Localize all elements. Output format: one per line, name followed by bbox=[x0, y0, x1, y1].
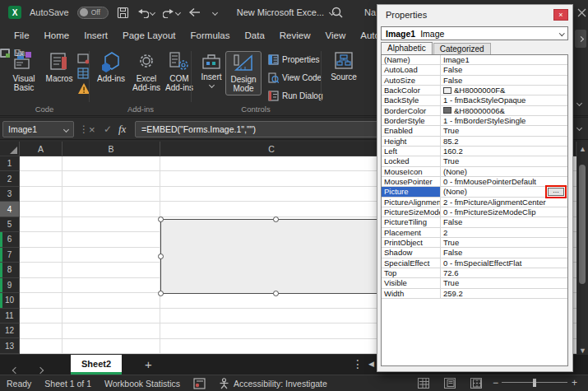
record-macro-button[interactable] bbox=[77, 53, 90, 64]
column-header[interactable]: A bbox=[20, 142, 63, 156]
xml-clipped-button[interactable]: Re bbox=[0, 48, 25, 58]
status-accessibility[interactable]: Accessibility: Investigate bbox=[219, 378, 327, 389]
property-row[interactable]: AutoLoad False bbox=[382, 65, 567, 75]
property-row[interactable]: Locked True bbox=[382, 156, 567, 166]
property-row[interactable]: BorderColor &H80000006& bbox=[382, 106, 567, 116]
row-header[interactable]: 9 bbox=[0, 278, 20, 293]
row-header[interactable]: 6 bbox=[0, 232, 20, 247]
row-header[interactable]: 4 bbox=[0, 202, 20, 216]
handle-bottom-left[interactable] bbox=[158, 291, 164, 296]
row-header[interactable]: 1 bbox=[0, 156, 20, 171]
panel-tab[interactable]: Categorized bbox=[433, 43, 491, 54]
handle-middle-left[interactable] bbox=[158, 254, 164, 259]
property-row[interactable]: BorderStyle 1 - fmBorderStyleSingle bbox=[382, 116, 567, 126]
property-row[interactable]: PictureAlignment 2 - fmPictureAlignmentC… bbox=[382, 198, 567, 207]
ribbon-tab[interactable]: View bbox=[318, 25, 354, 48]
select-all-corner[interactable] bbox=[0, 142, 20, 156]
image-control[interactable] bbox=[160, 219, 391, 294]
row-header[interactable]: 12 bbox=[0, 324, 20, 338]
zoom-slider-thumb[interactable] bbox=[533, 379, 536, 387]
design-mode-button[interactable]: Design Mode bbox=[225, 51, 262, 95]
property-row[interactable]: (Name) Image1 bbox=[382, 55, 567, 65]
ribbon-tab[interactable]: File bbox=[7, 25, 37, 48]
add-ins-button[interactable]: Add-ins bbox=[97, 51, 125, 83]
scrollbar-thumb[interactable] bbox=[579, 165, 586, 284]
property-row[interactable]: PictureTiling False bbox=[382, 217, 567, 227]
handle-top-left[interactable] bbox=[158, 216, 164, 222]
enter-formula-icon[interactable]: ✓ bbox=[104, 121, 112, 137]
row-header[interactable]: 11 bbox=[0, 309, 20, 324]
com-add-ins-button[interactable]: COM Add-ins bbox=[161, 51, 197, 92]
macros-button[interactable]: Macros bbox=[43, 51, 76, 83]
insert-control-button[interactable]: Insert bbox=[197, 51, 225, 87]
row-header[interactable]: 13 bbox=[0, 338, 20, 353]
property-row[interactable]: Shadow False bbox=[382, 248, 567, 258]
property-row[interactable]: Width 259.2 bbox=[382, 289, 567, 299]
excel-add-ins-button[interactable]: Excel Add-ins bbox=[128, 51, 164, 92]
ribbon-tab[interactable]: Insert bbox=[76, 25, 115, 48]
name-box[interactable]: Image1 bbox=[2, 121, 74, 137]
ribbon-tab[interactable]: Data bbox=[238, 25, 272, 48]
status-macro-record-icon[interactable] bbox=[193, 378, 206, 389]
tab-scroll-right-button[interactable] bbox=[575, 30, 586, 48]
name-box-dropdown-icon[interactable] bbox=[63, 126, 69, 132]
run-dialog-button[interactable]: Run Dialog bbox=[268, 91, 322, 101]
property-row[interactable]: BackColor &H8000000F& bbox=[382, 86, 567, 95]
insert-function-icon[interactable]: fx bbox=[118, 121, 126, 137]
property-row[interactable]: Picture (None) ... bbox=[382, 187, 567, 197]
status-workbook-statistics[interactable]: Workbook Statistics bbox=[104, 379, 180, 389]
qat-customize-icon[interactable] bbox=[212, 9, 218, 15]
panel-tab[interactable]: Alphabetic bbox=[381, 42, 433, 54]
row-header[interactable]: 5 bbox=[0, 217, 20, 232]
relative-references-button[interactable] bbox=[77, 67, 90, 79]
column-header[interactable]: C bbox=[160, 142, 383, 156]
zoom-in-button[interactable]: + bbox=[572, 375, 577, 391]
xml-source-button[interactable]: Source bbox=[327, 51, 360, 81]
back-arrow-icon[interactable] bbox=[188, 7, 201, 17]
redo-dropdown-icon[interactable] bbox=[175, 9, 181, 15]
sheet-tab-sheet2[interactable]: Sheet2 bbox=[71, 355, 122, 375]
cancel-formula-icon[interactable]: × bbox=[89, 121, 95, 137]
formula-bar-expand-icon[interactable] bbox=[577, 123, 581, 132]
row-header[interactable]: 3 bbox=[0, 187, 20, 202]
property-row[interactable]: Placement 2 bbox=[382, 228, 567, 238]
panel-close-button[interactable]: × bbox=[553, 9, 568, 21]
row-header[interactable]: 2 bbox=[0, 171, 20, 186]
search-icon[interactable] bbox=[331, 0, 344, 25]
ribbon-tab[interactable]: Home bbox=[37, 25, 77, 48]
property-row[interactable]: MousePointer 0 - fmMousePointerDefault bbox=[382, 177, 567, 187]
handle-top-middle[interactable] bbox=[273, 216, 279, 222]
property-row[interactable]: MouseIcon (None) bbox=[382, 167, 567, 177]
property-row[interactable]: PictureSizeMode 0 - fmPictureSizeModeCli… bbox=[382, 207, 567, 217]
property-row[interactable]: Enabled True bbox=[382, 126, 567, 136]
scroll-down-icon[interactable]: ▼ bbox=[579, 347, 586, 355]
property-row[interactable]: BackStyle 1 - fmBackStyleOpaque bbox=[382, 95, 567, 105]
object-selector-dropdown[interactable]: Image1 Image bbox=[381, 26, 568, 40]
insert-dropdown-icon[interactable] bbox=[208, 82, 214, 88]
property-row[interactable]: PrintObject True bbox=[382, 238, 567, 248]
new-sheet-button[interactable]: + bbox=[145, 357, 152, 371]
zoom-out-button[interactable]: − bbox=[493, 375, 498, 391]
ribbon-collapse-icon[interactable] bbox=[577, 99, 581, 107]
ribbon-tab[interactable]: Review bbox=[272, 25, 318, 48]
status-sheet-count[interactable]: Sheet 1 of 1 bbox=[44, 379, 91, 389]
handle-bottom-middle[interactable] bbox=[273, 291, 279, 296]
property-row[interactable]: SpecialEffect 0 - fmSpecialEffectFlat bbox=[382, 258, 567, 268]
column-header[interactable]: B bbox=[63, 142, 160, 156]
row-header[interactable]: 8 bbox=[0, 263, 20, 277]
property-row[interactable]: AutoSize False bbox=[382, 76, 567, 86]
property-row[interactable]: Visible True bbox=[382, 278, 567, 288]
row-header[interactable]: 10 bbox=[0, 293, 20, 308]
row-header[interactable]: 7 bbox=[0, 248, 20, 263]
ribbon-tab[interactable]: Page Layout bbox=[115, 25, 183, 48]
view-page-layout-button[interactable] bbox=[444, 375, 470, 391]
save-icon[interactable] bbox=[117, 7, 129, 19]
scroll-up-icon[interactable]: ▲ bbox=[579, 145, 586, 153]
picture-ellipsis-button[interactable]: ... bbox=[548, 188, 564, 196]
properties-button[interactable]: Properties bbox=[268, 54, 320, 65]
property-row[interactable]: Height 85.2 bbox=[382, 137, 567, 147]
undo-dropdown-icon[interactable] bbox=[150, 9, 155, 15]
undo-button[interactable] bbox=[137, 7, 155, 18]
property-row[interactable]: Left 160.2 bbox=[382, 147, 567, 156]
sheet-bar-more-icon[interactable]: ⋮ bbox=[352, 357, 363, 370]
